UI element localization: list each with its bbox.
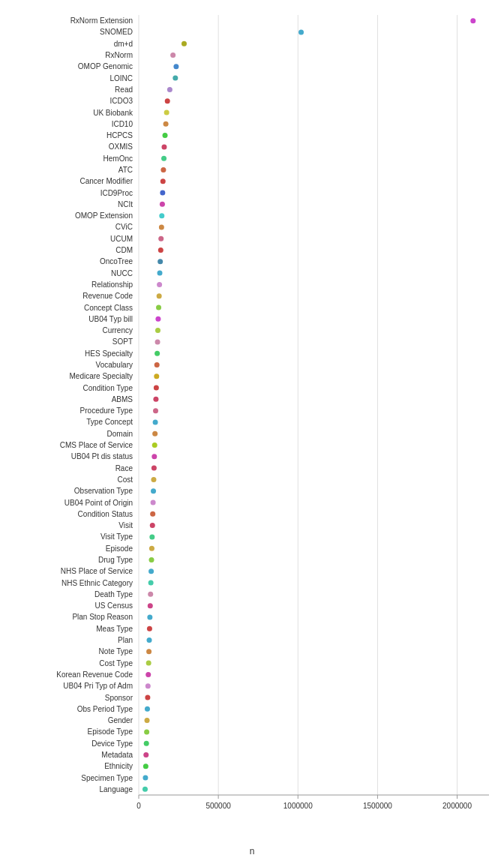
row-label: UB04 Pri Typ of Adm — [63, 682, 133, 690]
x-tick-label: 1000000 — [284, 802, 313, 810]
data-dot — [147, 614, 152, 620]
data-dot — [151, 500, 156, 506]
row-label: UB04 Point of Origin — [64, 499, 133, 507]
row-label: Procedure Type — [80, 406, 134, 415]
row-label: Observation Type — [74, 487, 134, 495]
row-label: UB04 Pt dis status — [71, 452, 133, 460]
row-label: Korean Revenue Code — [56, 670, 133, 679]
data-dot — [148, 603, 153, 608]
data-dot — [157, 282, 162, 287]
row-label: CDM — [116, 246, 133, 254]
row-label: NUCC — [111, 269, 133, 278]
data-dot — [146, 649, 152, 654]
data-dot — [150, 523, 155, 528]
data-dot — [155, 328, 160, 333]
row-label: RxNorm Extension — [70, 16, 133, 25]
row-label: CViC — [116, 223, 133, 231]
data-dot — [153, 397, 158, 402]
data-dot — [154, 351, 160, 356]
row-label: Domain — [107, 430, 133, 438]
data-dot — [144, 729, 149, 734]
row-label: Sponsor — [105, 694, 134, 702]
row-label: HemOnc — [104, 154, 133, 163]
data-dot — [470, 18, 476, 23]
data-dot — [152, 442, 158, 448]
row-label: Device Type — [92, 740, 133, 748]
row-label: SNOMED — [100, 28, 133, 36]
data-dot — [155, 339, 160, 344]
row-label: SOPT — [112, 338, 133, 346]
row-label: Visit — [118, 521, 133, 530]
data-dot — [143, 764, 148, 769]
row-label: Race — [116, 464, 134, 472]
row-label: Visit Type — [100, 532, 133, 541]
data-dot — [152, 466, 157, 471]
row-label: Plan — [118, 636, 133, 644]
data-dot — [148, 592, 153, 597]
data-dot — [142, 787, 148, 792]
data-dot — [147, 626, 152, 632]
data-dot — [154, 386, 159, 391]
data-dot — [142, 776, 148, 781]
data-dot — [165, 98, 170, 104]
x-tick-label: 500000 — [206, 802, 231, 810]
row-label: US Census — [94, 602, 133, 610]
row-label: dm+d — [114, 40, 133, 48]
data-dot — [150, 512, 155, 517]
row-label: OXMIS — [109, 142, 134, 151]
row-label: Type Concept — [86, 418, 133, 426]
row-label: Gender — [108, 716, 134, 724]
row-label: ICD9Proc — [100, 189, 133, 197]
row-label: HCPCS — [106, 131, 133, 140]
row-label: Death Type — [94, 590, 133, 598]
row-label: NHS Place of Service — [61, 567, 134, 575]
data-dot — [154, 362, 160, 368]
chart-container: vocabulary_id RxNorm ExtensionSNOMEDdm+d… — [0, 0, 504, 864]
data-dot — [152, 454, 157, 459]
data-dot — [152, 431, 158, 436]
row-label: Revenue Code — [82, 292, 133, 300]
row-label: NHS Ethnic Category — [62, 579, 133, 587]
data-dot — [158, 259, 163, 264]
data-dot — [148, 557, 154, 562]
row-label: RxNorm — [105, 51, 133, 59]
data-dot — [151, 477, 156, 482]
data-dot — [153, 419, 158, 424]
data-dot — [170, 52, 176, 58]
data-dot — [145, 706, 150, 712]
x-tick-label: 2000000 — [442, 802, 472, 810]
data-dot — [173, 64, 178, 69]
row-label: ATC — [118, 166, 133, 174]
data-dot — [155, 316, 160, 322]
data-dot — [157, 293, 162, 298]
chart-svg: RxNorm ExtensionSNOMEDdm+dRxNormOMOP Gen… — [0, 8, 504, 825]
data-dot — [158, 248, 164, 253]
data-dot — [159, 224, 164, 230]
data-dot — [164, 110, 170, 116]
row-label: Read — [115, 86, 133, 94]
row-label: Ethnicity — [104, 762, 133, 770]
row-label: Plan Stop Reason — [72, 613, 133, 621]
row-label: CMS Place of Service — [60, 441, 134, 449]
data-dot — [182, 41, 187, 46]
row-label: UB04 Typ bill — [88, 315, 133, 323]
row-label: Metadata — [101, 751, 133, 759]
row-label: LOINC — [110, 74, 133, 82]
row-label: Episode Type — [88, 728, 134, 736]
data-dot — [167, 87, 172, 92]
data-dot — [172, 76, 178, 81]
data-dot — [161, 144, 166, 149]
row-label: Note Type — [99, 647, 134, 656]
row-label: HES Specialty — [85, 350, 133, 358]
data-dot — [163, 133, 168, 138]
data-dot — [143, 752, 148, 758]
data-dot — [160, 167, 166, 172]
data-dot — [164, 122, 169, 127]
x-axis-label: n — [250, 846, 255, 856]
row-label: Specimen Type — [81, 774, 133, 782]
data-dot — [156, 305, 161, 310]
row-label: NCIt — [118, 200, 133, 208]
data-dot — [146, 672, 151, 677]
row-label: Condition Status — [78, 510, 133, 518]
row-label: ICD10 — [112, 120, 134, 128]
